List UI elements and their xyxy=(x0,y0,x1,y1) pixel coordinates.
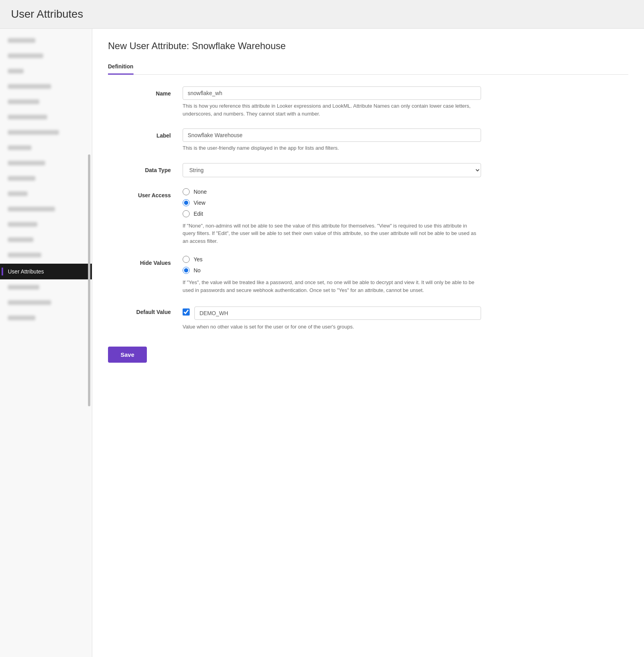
user-access-view-radio[interactable] xyxy=(183,199,190,206)
sidebar-item-blurred-14[interactable] xyxy=(0,233,92,247)
sidebar-scrollbar[interactable] xyxy=(88,154,90,406)
data-type-row: Data Type String Number YesNo ZipCode Sc… xyxy=(108,163,628,177)
name-field-container: This is how you reference this attribute… xyxy=(183,86,481,117)
sidebar-item-blurred-6[interactable] xyxy=(0,110,92,125)
label-field-container: This is the user-friendly name displayed… xyxy=(183,128,481,152)
name-input[interactable] xyxy=(183,86,481,100)
user-access-field-container: None View Edit If "None", non-admins wil… xyxy=(183,188,481,245)
sidebar-item-blurred-5[interactable] xyxy=(0,95,92,109)
default-value-row: Default Value Value when no other value … xyxy=(108,305,628,331)
data-type-label: Data Type xyxy=(108,163,171,173)
bottom-section: Save xyxy=(108,343,628,363)
label-hint: This is the user-friendly name displayed… xyxy=(183,144,481,152)
hide-values-no-radio[interactable] xyxy=(183,267,190,274)
sidebar-item-blurred-13[interactable] xyxy=(0,218,92,232)
sidebar-item-blurred-4[interactable] xyxy=(0,80,92,94)
name-row: Name This is how you reference this attr… xyxy=(108,86,628,117)
sidebar-item-user-attributes[interactable]: User Attributes xyxy=(0,264,92,279)
save-button[interactable]: Save xyxy=(108,347,147,363)
default-value-label: Default Value xyxy=(108,305,171,315)
user-access-label: User Access xyxy=(108,188,171,198)
user-access-view-label: View xyxy=(194,200,205,206)
hide-values-hint: If "Yes", the value will be treated like… xyxy=(183,279,481,294)
hide-values-no-option[interactable]: No xyxy=(183,267,481,274)
default-value-input[interactable] xyxy=(194,306,481,320)
user-access-edit-label: Edit xyxy=(194,211,203,217)
hide-values-row: Hide Values Yes No If "Yes", the value w… xyxy=(108,256,628,294)
sidebar-item-blurred-7[interactable] xyxy=(0,126,92,140)
sidebar: User Attributes xyxy=(0,29,92,657)
sidebar-item-blurred-1[interactable] xyxy=(0,34,92,48)
sidebar-item-blurred-9[interactable] xyxy=(0,156,92,171)
label-row: Label This is the user-friendly name dis… xyxy=(108,128,628,152)
tab-bar: Definition xyxy=(108,59,628,75)
sidebar-active-label: User Attributes xyxy=(8,268,44,275)
hide-values-yes-radio[interactable] xyxy=(183,256,190,263)
sidebar-item-blurred-10[interactable] xyxy=(0,172,92,186)
user-access-row: User Access None View Edit xyxy=(108,188,628,245)
main-content: New User Attribute: Snowflake Warehouse … xyxy=(92,29,644,657)
user-access-edit-radio[interactable] xyxy=(183,210,190,217)
user-access-edit-option[interactable]: Edit xyxy=(183,210,481,217)
page-header: User Attributes xyxy=(0,0,644,29)
form-title: New User Attribute: Snowflake Warehouse xyxy=(108,40,628,51)
user-access-none-label: None xyxy=(194,189,207,195)
hide-values-yes-label: Yes xyxy=(194,256,203,262)
data-type-field-container: String Number YesNo ZipCode Score Advanc… xyxy=(183,163,481,177)
hide-values-label: Hide Values xyxy=(108,256,171,266)
user-access-hint: If "None", non-admins will not be able t… xyxy=(183,222,481,245)
sidebar-item-blurred-2[interactable] xyxy=(0,49,92,63)
sidebar-item-blurred-8[interactable] xyxy=(0,141,92,155)
default-value-checkbox-row xyxy=(183,305,481,320)
hide-values-field-container: Yes No If "Yes", the value will be treat… xyxy=(183,256,481,294)
sidebar-item-blurred-16[interactable] xyxy=(0,281,92,295)
hide-values-no-label: No xyxy=(194,267,201,273)
sidebar-item-blurred-15[interactable] xyxy=(0,248,92,262)
sidebar-item-blurred-3[interactable] xyxy=(0,64,92,79)
sidebar-item-blurred-12[interactable] xyxy=(0,202,92,217)
layout: User Attributes New User Attribute: Snow… xyxy=(0,29,644,657)
sidebar-scroll: User Attributes xyxy=(0,29,92,330)
user-access-radio-group: None View Edit xyxy=(183,188,481,217)
default-value-checkbox[interactable] xyxy=(183,308,190,316)
default-value-field-container: Value when no other value is set for the… xyxy=(183,305,481,331)
sidebar-item-blurred-17[interactable] xyxy=(0,296,92,310)
user-access-none-option[interactable]: None xyxy=(183,188,481,195)
page-title: User Attributes xyxy=(11,8,633,20)
tab-definition[interactable]: Definition xyxy=(108,59,134,75)
user-access-none-radio[interactable] xyxy=(183,188,190,195)
name-hint: This is how you reference this attribute… xyxy=(183,102,481,117)
data-type-select[interactable]: String Number YesNo ZipCode Score Advanc… xyxy=(183,163,481,177)
label-label: Label xyxy=(108,128,171,139)
sidebar-item-blurred-11[interactable] xyxy=(0,187,92,201)
hide-values-yes-option[interactable]: Yes xyxy=(183,256,481,263)
sidebar-item-blurred-18[interactable] xyxy=(0,311,92,325)
label-input[interactable] xyxy=(183,128,481,142)
name-label: Name xyxy=(108,86,171,97)
user-access-view-option[interactable]: View xyxy=(183,199,481,206)
default-value-hint: Value when no other value is set for the… xyxy=(183,323,481,331)
hide-values-radio-group: Yes No xyxy=(183,256,481,274)
